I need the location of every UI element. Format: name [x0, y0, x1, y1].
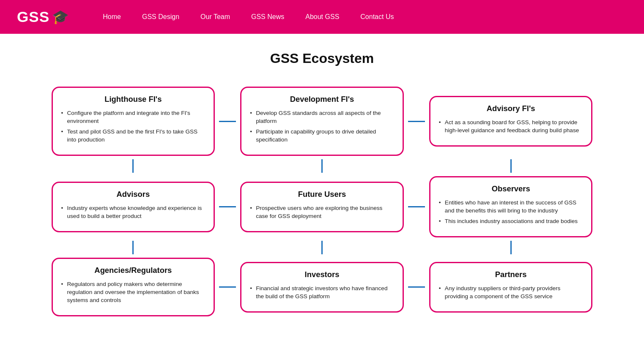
card-investors: Investors Financial and strategic invest…: [240, 262, 404, 313]
nav-item-gssnews[interactable]: GSS News: [251, 13, 284, 21]
nav-item-gssdesign[interactable]: GSS Design: [142, 13, 179, 21]
v-connector-r2r3-c3: [425, 241, 597, 254]
card-lighthouse: Lighthouse FI's Configure the platform a…: [52, 87, 215, 156]
card-agencies-list: Regulators and policy makers who determi…: [61, 280, 206, 304]
nav-link-ourteam[interactable]: Our Team: [200, 13, 230, 20]
card-investors-title: Investors: [250, 270, 394, 279]
card-development-title: Development FI's: [250, 95, 394, 104]
nav-link-gssnews[interactable]: GSS News: [251, 13, 284, 20]
v-connector-r1r2-c1: [47, 159, 219, 173]
list-item: Test and pilot GSS and be the first FI's…: [61, 128, 206, 144]
card-r3c1: Agencies/Regulators Regulators and polic…: [47, 254, 219, 320]
v-connector-bar: [510, 159, 512, 173]
card-development: Development FI's Develop GSS standards a…: [240, 87, 404, 156]
card-advisory-title: Advisory FI's: [439, 104, 583, 113]
card-agencies: Agencies/Regulators Regulators and polic…: [52, 258, 215, 316]
card-advisors-title: Advisors: [61, 190, 206, 199]
h-connector-bar: [219, 121, 236, 122]
card-observers-title: Observers: [439, 184, 583, 193]
card-partners-title: Partners: [439, 270, 583, 279]
nav-item-ourteam[interactable]: Our Team: [200, 13, 230, 21]
v-connector-bar: [321, 241, 323, 254]
v-connector-r2r3-c2: [236, 241, 408, 254]
nav-item-aboutgss[interactable]: About GSS: [305, 13, 339, 21]
list-item: Financial and strategic investors who ha…: [250, 284, 394, 300]
list-item: Participate in capability groups to driv…: [250, 128, 394, 144]
nav-links: Home GSS Design Our Team GSS News About …: [103, 13, 394, 21]
list-item: Industry experts whose knowledge and exp…: [61, 204, 206, 220]
list-item: Act as a sounding board for GSS, helping…: [439, 118, 583, 134]
list-item: Configure the platform and integrate int…: [61, 109, 206, 125]
list-item: Regulators and policy makers who determi…: [61, 280, 206, 304]
nav-link-gssdesign[interactable]: GSS Design: [142, 13, 179, 20]
logo[interactable]: GSS 🎓: [17, 8, 69, 25]
card-advisors: Advisors Industry experts whose knowledg…: [52, 182, 215, 232]
nav-item-home[interactable]: Home: [103, 13, 121, 21]
card-partners: Partners Any industry suppliers or third…: [429, 262, 593, 313]
card-development-list: Develop GSS standards across all aspects…: [250, 109, 394, 144]
card-observers-list: Entities who have an interest in the suc…: [439, 199, 583, 225]
h-connector-bar: [408, 286, 425, 288]
ecosystem-grid: Lighthouse FI's Configure the platform a…: [47, 83, 597, 320]
main-content: GSS Ecosystem Lighthouse FI's Configure …: [0, 34, 644, 345]
card-advisors-list: Industry experts whose knowledge and exp…: [61, 204, 206, 220]
v-connector-bar: [321, 159, 323, 173]
card-agencies-title: Agencies/Regulators: [61, 266, 206, 275]
v-connector-r2r3-c1: [47, 241, 219, 254]
h-connector-bar: [408, 121, 425, 122]
card-r2c1: Advisors Industry experts whose knowledg…: [47, 178, 219, 236]
card-investors-list: Financial and strategic investors who ha…: [250, 284, 394, 300]
card-r2c3: Observers Entities who have an interest …: [425, 173, 597, 241]
h-connector-bar: [219, 286, 236, 288]
card-observers: Observers Entities who have an interest …: [429, 176, 593, 237]
v-connector-bar: [132, 241, 134, 254]
logo-icon: 🎓: [52, 9, 69, 25]
card-r3c3: Partners Any industry suppliers or third…: [425, 259, 597, 316]
card-partners-list: Any industry suppliers or third-party pr…: [439, 284, 583, 300]
card-r1c1: Lighthouse FI's Configure the platform a…: [47, 83, 219, 159]
card-advisory: Advisory FI's Act as a sounding board fo…: [429, 96, 593, 147]
v-connector-r1r2-c2: [236, 159, 408, 173]
card-lighthouse-title: Lighthouse FI's: [61, 95, 206, 104]
nav-link-aboutgss[interactable]: About GSS: [305, 13, 339, 20]
h-connector-r2-c2c3: [408, 206, 425, 207]
h-connector-r2-c1c2: [219, 206, 236, 207]
card-lighthouse-list: Configure the platform and integrate int…: [61, 109, 206, 144]
card-future-users: Future Users Prospective users who are e…: [240, 182, 404, 232]
nav-item-contactus[interactable]: Contact Us: [360, 13, 394, 21]
list-item: Prospective users who are exploring the …: [250, 204, 394, 220]
nav-link-home[interactable]: Home: [103, 13, 121, 20]
page-title: GSS Ecosystem: [25, 51, 619, 66]
h-connector-r3-c2c3: [408, 286, 425, 288]
h-connector-bar: [408, 206, 425, 207]
h-connector-r3-c1c2: [219, 286, 236, 288]
nav-link-contactus[interactable]: Contact Us: [360, 13, 394, 20]
h-connector-r1-c1c2: [219, 121, 236, 122]
v-connector-bar: [510, 241, 512, 254]
navbar: GSS 🎓 Home GSS Design Our Team GSS News …: [0, 0, 644, 34]
list-item: Develop GSS standards across all aspects…: [250, 109, 394, 125]
list-item: Entities who have an interest in the suc…: [439, 199, 583, 215]
list-item: This includes industry associations and …: [439, 217, 583, 225]
card-r2c2: Future Users Prospective users who are e…: [236, 178, 408, 236]
card-r1c2: Development FI's Develop GSS standards a…: [236, 83, 408, 159]
card-r1c3: Advisory FI's Act as a sounding board fo…: [425, 93, 597, 150]
card-advisory-list: Act as a sounding board for GSS, helping…: [439, 118, 583, 134]
h-connector-r1-c2c3: [408, 121, 425, 122]
card-future-users-title: Future Users: [250, 190, 394, 199]
card-future-users-list: Prospective users who are exploring the …: [250, 204, 394, 220]
h-connector-bar: [219, 206, 236, 207]
list-item: Any industry suppliers or third-party pr…: [439, 284, 583, 300]
v-connector-r1r2-c3: [425, 159, 597, 173]
card-r3c2: Investors Financial and strategic invest…: [236, 259, 408, 316]
v-connector-bar: [132, 159, 134, 173]
logo-text: GSS: [17, 8, 49, 25]
